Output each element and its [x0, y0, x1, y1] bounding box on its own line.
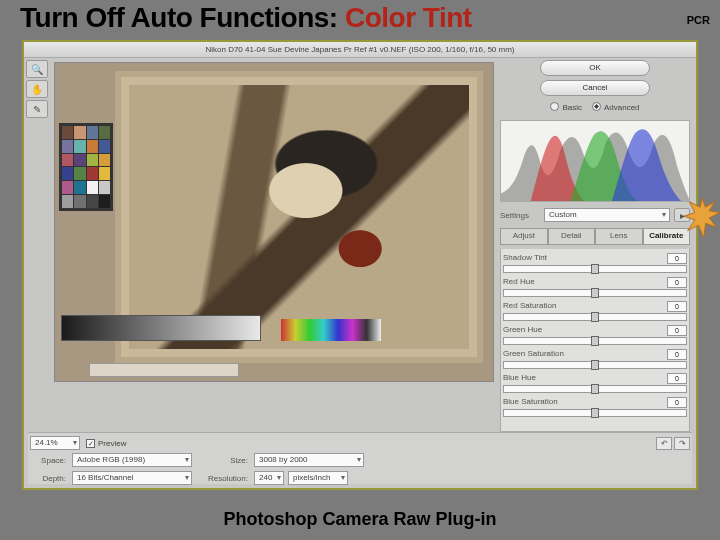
resolution-unit-dropdown[interactable]: pixels/inch — [288, 471, 348, 485]
settings-menu-icon[interactable]: ▸ — [674, 208, 690, 222]
color-swatch — [87, 195, 98, 208]
tab-detail[interactable]: Detail — [548, 228, 596, 244]
color-swatch — [62, 195, 73, 208]
calibrate-sliders: Shadow Tint0Red Hue0Red Saturation0Green… — [500, 249, 690, 432]
label-card — [89, 363, 239, 377]
output-settings: Space: Adobe RGB (1998) Size: 3008 by 20… — [30, 453, 690, 482]
eyedropper-tool-icon[interactable]: ✎ — [26, 100, 48, 118]
slider-blue-saturation: Blue Saturation0 — [503, 397, 687, 417]
depth-dropdown[interactable]: 16 Bits/Channel — [72, 471, 192, 485]
slider-label: Blue Saturation — [503, 397, 558, 408]
color-swatch — [62, 154, 73, 167]
hand-tool-icon[interactable]: ✋ — [26, 80, 48, 98]
color-swatch — [87, 181, 98, 194]
slide-title: Turn Off Auto Functions: Color Tint — [20, 2, 472, 34]
slider-thumb-icon[interactable] — [591, 264, 599, 274]
color-patch-strip — [281, 319, 381, 341]
histogram — [500, 120, 690, 202]
slider-track[interactable] — [503, 337, 687, 345]
color-swatch — [74, 181, 85, 194]
advanced-radio[interactable]: Advanced — [592, 102, 640, 112]
settings-row: Settings Custom ▸ — [500, 208, 690, 222]
zoom-dropdown[interactable]: 24.1% — [30, 436, 80, 450]
slider-shadow-tint: Shadow Tint0 — [503, 253, 687, 273]
image-preview — [54, 62, 494, 382]
color-swatch — [62, 167, 73, 180]
color-swatch — [62, 181, 73, 194]
settings-dropdown[interactable]: Custom — [544, 208, 670, 222]
window-titlebar: Nikon D70 41-04 Sue Devine Japanes Pr Re… — [24, 42, 696, 58]
slider-label: Blue Hue — [503, 373, 536, 384]
preview-checkbox-label: Preview — [98, 439, 126, 448]
slider-track[interactable] — [503, 265, 687, 273]
rotate-cw-icon[interactable]: ↷ — [674, 437, 690, 450]
color-swatch — [87, 126, 98, 139]
slider-value[interactable]: 0 — [667, 397, 687, 408]
tab-calibrate[interactable]: Calibrate — [643, 228, 691, 244]
resolution-input[interactable]: 240 — [254, 471, 284, 485]
zoom-row: 24.1% ✓ Preview ↶ ↷ — [30, 435, 690, 451]
slider-thumb-icon[interactable] — [591, 312, 599, 322]
corner-badge: PCR — [687, 14, 710, 26]
slider-value[interactable]: 0 — [667, 253, 687, 264]
color-swatch — [87, 140, 98, 153]
tab-adjust[interactable]: Adjust — [500, 228, 548, 244]
preview-checkbox[interactable]: ✓ Preview — [86, 439, 126, 448]
slider-track[interactable] — [503, 409, 687, 417]
slider-track[interactable] — [503, 361, 687, 369]
slider-track[interactable] — [503, 289, 687, 297]
rotate-ccw-icon[interactable]: ↶ — [656, 437, 672, 450]
slider-red-saturation: Red Saturation0 — [503, 301, 687, 321]
resolution-label: Resolution: — [198, 474, 248, 483]
tool-column: 🔍 ✋ ✎ — [26, 60, 50, 118]
slider-thumb-icon[interactable] — [591, 408, 599, 418]
depth-label: Depth: — [30, 474, 66, 483]
color-swatch — [62, 126, 73, 139]
slider-track[interactable] — [503, 385, 687, 393]
slider-thumb-icon[interactable] — [591, 336, 599, 346]
slider-value[interactable]: 0 — [667, 301, 687, 312]
mode-radio-row: Basic Advanced — [500, 102, 690, 112]
camera-raw-window: Nikon D70 41-04 Sue Devine Japanes Pr Re… — [22, 40, 698, 490]
color-swatch — [99, 195, 110, 208]
slider-thumb-icon[interactable] — [591, 384, 599, 394]
color-swatch — [74, 167, 85, 180]
size-label: Size: — [198, 456, 248, 465]
artwork-graphic — [129, 85, 469, 349]
slider-green-saturation: Green Saturation0 — [503, 349, 687, 369]
ok-button[interactable]: OK — [540, 60, 650, 76]
color-swatch — [99, 154, 110, 167]
color-swatch — [99, 140, 110, 153]
bottom-bar: 24.1% ✓ Preview ↶ ↷ Space: Adobe RGB (19… — [28, 432, 692, 484]
slider-value[interactable]: 0 — [667, 277, 687, 288]
color-swatch — [99, 167, 110, 180]
slider-value[interactable]: 0 — [667, 325, 687, 336]
basic-radio[interactable]: Basic — [550, 102, 582, 112]
color-swatch — [87, 154, 98, 167]
color-swatch — [87, 167, 98, 180]
space-label: Space: — [30, 456, 66, 465]
tab-row: Adjust Detail Lens Calibrate — [500, 228, 690, 245]
slider-thumb-icon[interactable] — [591, 288, 599, 298]
slider-value[interactable]: 0 — [667, 373, 687, 384]
slide-title-plain: Turn Off Auto Functions: — [20, 2, 345, 33]
color-swatch — [99, 181, 110, 194]
slider-label: Red Saturation — [503, 301, 556, 312]
slider-thumb-icon[interactable] — [591, 360, 599, 370]
zoom-tool-icon[interactable]: 🔍 — [26, 60, 48, 78]
cancel-button[interactable]: Cancel — [540, 80, 650, 96]
slider-value[interactable]: 0 — [667, 349, 687, 360]
rotate-buttons: ↶ ↷ — [656, 437, 690, 450]
color-swatch — [74, 126, 85, 139]
slider-label: Red Hue — [503, 277, 535, 288]
checkbox-icon: ✓ — [86, 439, 95, 448]
slider-label: Green Saturation — [503, 349, 564, 360]
slider-blue-hue: Blue Hue0 — [503, 373, 687, 393]
space-dropdown[interactable]: Adobe RGB (1998) — [72, 453, 192, 467]
size-dropdown[interactable]: 3008 by 2000 — [254, 453, 364, 467]
slider-green-hue: Green Hue0 — [503, 325, 687, 345]
tab-lens[interactable]: Lens — [595, 228, 643, 244]
color-swatch — [99, 126, 110, 139]
slider-track[interactable] — [503, 313, 687, 321]
slider-label: Green Hue — [503, 325, 542, 336]
